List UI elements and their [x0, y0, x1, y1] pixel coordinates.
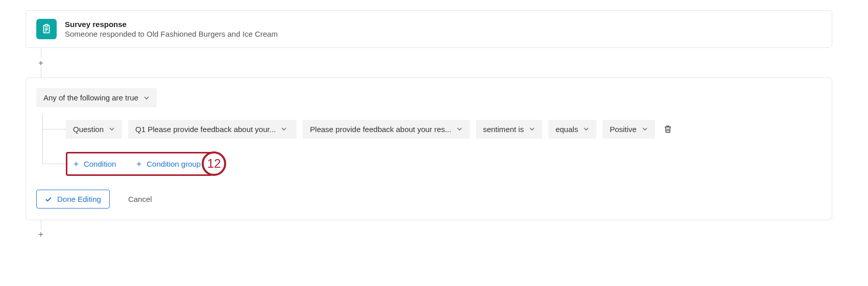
check-icon: [45, 196, 52, 203]
field-type-label: Question: [73, 125, 104, 134]
trigger-card[interactable]: Survey response Someone responded to Old…: [26, 10, 832, 48]
connector-after: +: [41, 220, 832, 241]
match-mode-label: Any of the following are true: [43, 93, 138, 102]
chevron-down-icon: [143, 95, 150, 101]
done-editing-label: Done Editing: [57, 195, 101, 203]
add-condition-group-label: Condition group: [147, 160, 201, 168]
field-type-select[interactable]: Question: [66, 120, 122, 139]
chevron-down-icon: [281, 126, 287, 132]
clipboard-icon: [36, 19, 57, 39]
plus-icon: +: [74, 160, 79, 168]
editor-footer: Done Editing Cancel: [36, 190, 822, 209]
chevron-down-icon: [456, 126, 463, 132]
chevron-down-icon: [642, 126, 648, 132]
add-row: + Condition + Condition group 12: [66, 151, 822, 176]
sub-question-label: Please provide feedback about your res..…: [310, 125, 451, 134]
delete-condition-button[interactable]: [661, 122, 674, 136]
value-select[interactable]: Positive: [602, 120, 655, 139]
trigger-text: Survey response Someone responded to Old…: [65, 20, 278, 38]
add-step-button[interactable]: +: [36, 229, 45, 239]
trigger-subtitle: Someone responded to Old Fashioned Burge…: [65, 30, 278, 38]
match-mode-select[interactable]: Any of the following are true: [36, 88, 157, 107]
chevron-down-icon: [529, 126, 535, 132]
condition-editor-card: Any of the following are true Question Q…: [26, 77, 832, 220]
add-step-button[interactable]: +: [36, 58, 45, 67]
attribute-label: sentiment is: [483, 125, 524, 134]
done-editing-button[interactable]: Done Editing: [36, 190, 110, 209]
value-label: Positive: [610, 125, 637, 134]
add-condition-button[interactable]: + Condition: [70, 155, 119, 172]
sub-question-select[interactable]: Please provide feedback about your res..…: [303, 120, 470, 139]
operator-select[interactable]: equals: [548, 120, 596, 139]
svg-rect-1: [45, 24, 48, 27]
add-buttons-highlight: + Condition + Condition group 12: [66, 152, 212, 176]
condition-row: Question Q1 Please provide feedback abou…: [66, 116, 822, 142]
chevron-down-icon: [109, 126, 115, 132]
add-condition-group-button[interactable]: + Condition group: [133, 155, 204, 172]
connector: +: [41, 48, 832, 77]
cancel-button[interactable]: Cancel: [125, 191, 155, 207]
cancel-label: Cancel: [128, 195, 152, 203]
chevron-down-icon: [583, 126, 589, 132]
attribute-select[interactable]: sentiment is: [476, 120, 542, 139]
callout-badge: 12: [202, 151, 226, 176]
add-condition-label: Condition: [84, 160, 116, 168]
question-label: Q1 Please provide feedback about your...: [135, 125, 276, 134]
operator-label: equals: [556, 125, 578, 134]
question-select[interactable]: Q1 Please provide feedback about your...: [128, 120, 297, 139]
plus-icon: +: [136, 160, 141, 168]
trigger-title: Survey response: [65, 20, 278, 29]
